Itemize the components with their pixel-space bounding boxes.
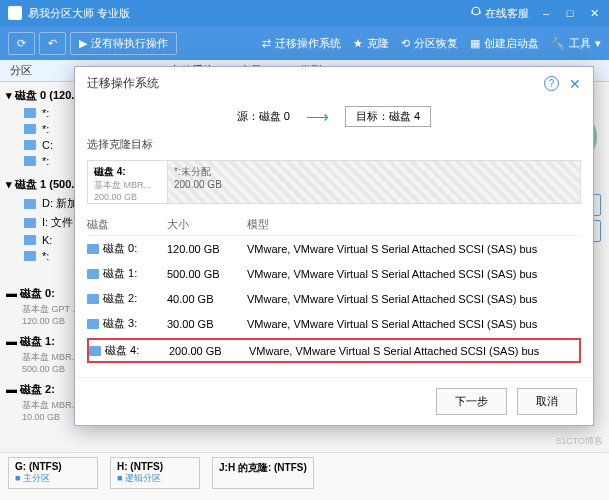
tools-button[interactable]: 🔧工具▾ [551, 36, 601, 51]
drive-icon [24, 140, 36, 150]
migrate-os-button[interactable]: ⇄迁移操作系统 [262, 36, 341, 51]
source-target-row: 源：磁盘 0 ⟶ 目标：磁盘 4 [75, 100, 593, 133]
dialog-title: 迁移操作系统 [87, 75, 159, 92]
refresh-button[interactable]: ⟳ [8, 32, 35, 55]
chevron-down-icon: ▾ [595, 37, 601, 50]
drive-icon [87, 319, 99, 329]
wrench-icon: 🔧 [551, 37, 565, 50]
partition-recovery-button[interactable]: ⟲分区恢复 [401, 36, 458, 51]
undo-button[interactable]: ↶ [39, 32, 66, 55]
arrow-right-icon: ⟶ [306, 107, 329, 126]
recovery-icon: ⟲ [401, 37, 410, 50]
migrate-os-dialog: 迁移操作系统 ? ✕ 源：磁盘 0 ⟶ 目标：磁盘 4 选择克隆目标 磁盘 4:… [74, 66, 594, 426]
table-header: 磁盘 大小 模型 [87, 214, 581, 236]
pending-ops-button[interactable]: ▶ 没有待执行操作 [70, 32, 177, 55]
drive-icon [24, 156, 36, 166]
close-button[interactable]: ✕ [587, 6, 601, 20]
migrate-icon: ⇄ [262, 37, 271, 50]
drive-icon [24, 218, 36, 228]
select-target-label: 选择克隆目标 [75, 133, 593, 156]
drive-icon [87, 244, 99, 254]
refresh-icon: ⟳ [17, 37, 26, 50]
undo-icon: ↶ [48, 37, 57, 50]
table-row[interactable]: 磁盘 2:40.00 GBVMware, VMware Virtual S Se… [87, 286, 581, 311]
cancel-button[interactable]: 取消 [517, 388, 577, 415]
drive-icon [24, 251, 36, 261]
maximize-button[interactable]: □ [563, 6, 577, 20]
drive-icon [87, 269, 99, 279]
customer-service-link[interactable]: 在线客服 [470, 5, 529, 21]
headset-icon [470, 5, 482, 17]
table-row[interactable]: 磁盘 3:30.00 GBVMware, VMware Virtual S Se… [87, 311, 581, 336]
play-icon: ▶ [79, 37, 87, 50]
svg-point-0 [472, 7, 480, 15]
close-icon[interactable]: ✕ [569, 76, 581, 92]
titlebar: 易我分区大师 专业版 在线客服 – □ ✕ [0, 0, 609, 26]
svg-rect-2 [479, 11, 481, 14]
drive-icon [24, 235, 36, 245]
drive-icon [24, 108, 36, 118]
drive-icon [87, 294, 99, 304]
app-title: 易我分区大师 专业版 [28, 6, 130, 21]
dialog-header: 迁移操作系统 ? ✕ [75, 67, 593, 100]
target-disk-info[interactable]: 磁盘 4: 基本盘 MBR... 200.00 GB [88, 161, 168, 203]
toolbar: ⟳ ↶ ▶ 没有待执行操作 ⇄迁移操作系统 ★克隆 ⟲分区恢复 ▦创建启动盘 🔧… [0, 26, 609, 60]
table-row[interactable]: 磁盘 1:500.00 GBVMware, VMware Virtual S S… [87, 261, 581, 286]
source-label: 源：磁盘 0 [237, 109, 290, 124]
boot-icon: ▦ [470, 37, 480, 50]
bottom-strip: G: (NTFS) ■ 主分区 H: (NTFS) ■ 逻辑分区 J:H 的克隆… [0, 452, 609, 500]
table-row-selected[interactable]: 磁盘 4:200.00 GBVMware, VMware Virtual S S… [87, 338, 581, 363]
clone-button[interactable]: ★克隆 [353, 36, 389, 51]
clone-icon: ★ [353, 37, 363, 50]
bottom-cell-g[interactable]: G: (NTFS) ■ 主分区 [8, 457, 98, 489]
target-unallocated: *:未分配 200.00 GB [168, 161, 580, 203]
target-disk-strip: 磁盘 4: 基本盘 MBR... 200.00 GB *:未分配 200.00 … [87, 160, 581, 204]
svg-rect-1 [471, 11, 473, 14]
help-icon[interactable]: ? [544, 76, 559, 91]
next-button[interactable]: 下一步 [436, 388, 507, 415]
create-boot-button[interactable]: ▦创建启动盘 [470, 36, 539, 51]
app-logo-icon [8, 6, 22, 20]
dialog-footer: 下一步 取消 [75, 377, 593, 425]
target-label: 目标：磁盘 4 [345, 106, 431, 127]
watermark: 51CTO博客 [556, 435, 603, 448]
disk-table: 磁盘 大小 模型 磁盘 0:120.00 GBVMware, VMware Vi… [75, 208, 593, 377]
drive-icon [89, 346, 101, 356]
bottom-cell-jh[interactable]: J:H 的克隆: (NTFS) [212, 457, 314, 489]
drive-icon [24, 124, 36, 134]
drive-icon [24, 199, 36, 209]
table-row[interactable]: 磁盘 0:120.00 GBVMware, VMware Virtual S S… [87, 236, 581, 261]
bottom-cell-h[interactable]: H: (NTFS) ■ 逻辑分区 [110, 457, 200, 489]
minimize-button[interactable]: – [539, 6, 553, 20]
